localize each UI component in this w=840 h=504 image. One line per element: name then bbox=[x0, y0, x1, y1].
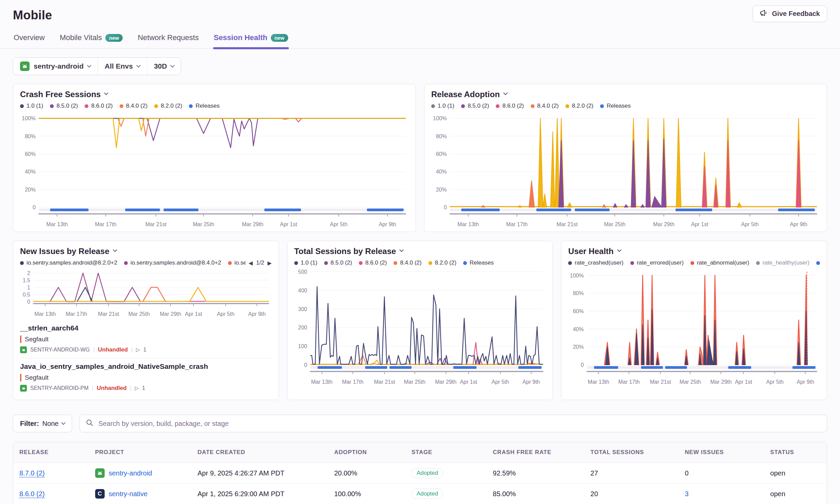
release-bar[interactable] bbox=[164, 209, 198, 211]
release-bar[interactable] bbox=[778, 209, 815, 211]
give-feedback-button[interactable]: Give Feedback bbox=[753, 5, 827, 22]
date-range-dropdown[interactable]: 30D bbox=[147, 58, 181, 75]
legend-item[interactable]: rate_abnormal(user) bbox=[690, 259, 749, 266]
legend-item[interactable]: io.sentry.samples.android@8.2.0+2 bbox=[20, 259, 117, 266]
tab-overview[interactable]: Overview bbox=[13, 30, 46, 48]
user-health-header[interactable]: User Health bbox=[568, 247, 820, 256]
column-header-crash-free-rate[interactable]: CRASH FREE RATE bbox=[487, 442, 584, 463]
legend-item[interactable]: Releases bbox=[463, 259, 494, 266]
environment-filter-dropdown[interactable]: All Envs bbox=[98, 58, 147, 75]
release-link[interactable]: 8.7.0 (2) bbox=[19, 469, 45, 477]
legend-item[interactable]: 8.4.0 (2) bbox=[393, 259, 421, 266]
new-issues-header[interactable]: New Issues by Release bbox=[20, 247, 272, 256]
release-bar[interactable] bbox=[389, 366, 412, 369]
legend-item[interactable]: 8.6.0 (2) bbox=[85, 103, 112, 109]
release-bar[interactable] bbox=[365, 366, 387, 369]
release-bar[interactable] bbox=[594, 366, 618, 369]
release-adoption-header[interactable]: Release Adoption bbox=[431, 90, 820, 99]
column-header-date-created[interactable]: DATE CREATED bbox=[191, 442, 328, 463]
project-link[interactable]: Csentry-native bbox=[95, 489, 186, 499]
legend-item[interactable]: 8.6.0 (2) bbox=[359, 259, 387, 266]
release-bar[interactable] bbox=[125, 209, 160, 211]
android-icon bbox=[95, 468, 105, 478]
legend-dot-icon bbox=[120, 104, 123, 108]
legend-item[interactable]: 8.5.0 (2) bbox=[50, 103, 78, 109]
legend-item[interactable]: io.sentry.samples.android@8.4.0+2 bbox=[124, 259, 221, 266]
pager-prev-icon[interactable]: ◀ bbox=[248, 260, 252, 266]
issue-title[interactable]: Java_io_sentry_samples_android_NativeSam… bbox=[20, 362, 272, 371]
release-bar[interactable] bbox=[518, 366, 541, 369]
legend-item[interactable]: rate_healthy(user) bbox=[756, 259, 809, 266]
legend-item[interactable]: io.sentry.samp bbox=[228, 259, 246, 266]
page-header: Mobile Give Feedback bbox=[0, 0, 840, 22]
stage-badge: Adopted bbox=[412, 468, 443, 478]
legend-item[interactable]: 8.6.0 (2) bbox=[496, 103, 524, 109]
legend-item[interactable]: Releases bbox=[600, 103, 631, 109]
legend-item[interactable]: rate_crashed(user) bbox=[568, 259, 624, 266]
legend-item[interactable]: 8.4.0 (2) bbox=[531, 103, 559, 109]
legend-item[interactable]: rate_errored(user) bbox=[630, 259, 684, 266]
release-adoption-chart[interactable]: 100%80%60%40%20%0 bbox=[431, 112, 820, 220]
x-tick-label: Mar 17th bbox=[342, 379, 363, 385]
pager-next-icon[interactable]: ▶ bbox=[267, 260, 272, 266]
project-link[interactable]: sentry-android bbox=[95, 468, 186, 478]
new-issues-chart[interactable]: 21.510.50 bbox=[20, 269, 272, 310]
crash-free-sessions-header[interactable]: Crash Free Sessions bbox=[20, 90, 409, 99]
tab-session-health[interactable]: Session Healthnew bbox=[213, 30, 289, 48]
project-filter-dropdown[interactable]: sentry-android bbox=[13, 58, 98, 75]
legend-item[interactable]: 8.5.0 (2) bbox=[461, 103, 489, 109]
table-filter-dropdown[interactable]: Filter: None bbox=[13, 415, 72, 432]
release-bar[interactable] bbox=[536, 209, 571, 211]
search-input[interactable] bbox=[98, 420, 821, 428]
x-tick-label: Mar 21st bbox=[145, 221, 167, 228]
legend-item[interactable]: 1.0 (1) bbox=[20, 103, 43, 109]
new-issues-link[interactable]: 3 bbox=[685, 490, 688, 498]
legend-label: 1.0 (1) bbox=[27, 103, 43, 109]
release-bar[interactable] bbox=[367, 209, 404, 211]
total-sessions-chart[interactable]: 5004003002001000 bbox=[294, 269, 546, 378]
column-header-new-issues[interactable]: NEW ISSUES bbox=[679, 442, 764, 463]
tab-network-requests[interactable]: Network Requests bbox=[137, 30, 199, 48]
user-health-chart[interactable]: 100%80%60%40%20%0 bbox=[568, 269, 820, 378]
release-bar[interactable] bbox=[575, 209, 610, 211]
svg-text:0: 0 bbox=[33, 204, 36, 210]
legend-item[interactable]: 1.0 (1) bbox=[294, 259, 317, 266]
column-header-adoption[interactable]: ADOPTION bbox=[328, 442, 405, 463]
legend-dot-icon bbox=[630, 261, 634, 265]
column-header-stage[interactable]: STAGE bbox=[405, 442, 487, 463]
column-header-project[interactable]: PROJECT bbox=[89, 442, 192, 463]
legend-dot-icon bbox=[393, 261, 397, 265]
release-bar[interactable] bbox=[50, 209, 88, 211]
legend-dot-icon bbox=[816, 261, 820, 265]
column-header-release[interactable]: RELEASE bbox=[13, 442, 89, 463]
legend-item[interactable]: 8.2.0 (2) bbox=[565, 103, 593, 109]
release-bar[interactable] bbox=[453, 366, 476, 369]
legend-item[interactable]: Releases bbox=[189, 103, 220, 109]
crash-free-sessions-chart[interactable]: 100%80%60%40%20%0 bbox=[20, 112, 409, 220]
legend-item[interactable]: Releases bbox=[816, 259, 820, 266]
issue-item[interactable]: __strlen_aarch64SegfaultSENTRY-ANDROID-W… bbox=[20, 320, 272, 358]
release-bar[interactable] bbox=[792, 366, 816, 369]
legend-item[interactable]: 1.0 (1) bbox=[431, 103, 454, 109]
release-bar[interactable] bbox=[676, 209, 712, 211]
total-sessions-header[interactable]: Total Sessions by Release bbox=[294, 247, 546, 256]
legend-item[interactable]: 8.5.0 (2) bbox=[324, 259, 352, 266]
issue-item[interactable]: Java_io_sentry_samples_android_NativeSam… bbox=[20, 358, 272, 396]
column-header-total-sessions[interactable]: TOTAL SESSIONS bbox=[584, 442, 679, 463]
tab-mobile-vitals[interactable]: Mobile Vitalsnew bbox=[59, 30, 124, 48]
legend-dot-icon bbox=[431, 104, 435, 108]
release-bar[interactable] bbox=[264, 209, 301, 211]
new-issues-panel: New Issues by Release io.sentry.samples.… bbox=[13, 241, 279, 400]
legend-item[interactable]: 8.2.0 (2) bbox=[428, 259, 456, 266]
legend-dot-icon bbox=[294, 261, 298, 265]
release-bar[interactable] bbox=[461, 209, 500, 211]
release-bar[interactable] bbox=[317, 366, 342, 369]
release-link[interactable]: 8.6.0 (2) bbox=[19, 490, 45, 498]
legend-item[interactable]: 8.2.0 (2) bbox=[154, 103, 182, 109]
release-bar[interactable] bbox=[665, 366, 687, 369]
issue-title[interactable]: __strlen_aarch64 bbox=[20, 324, 272, 332]
release-bar[interactable] bbox=[728, 366, 751, 369]
release-bar[interactable] bbox=[641, 366, 663, 369]
legend-item[interactable]: 8.4.0 (2) bbox=[120, 103, 147, 109]
column-header-status[interactable]: STATUS bbox=[764, 442, 827, 463]
